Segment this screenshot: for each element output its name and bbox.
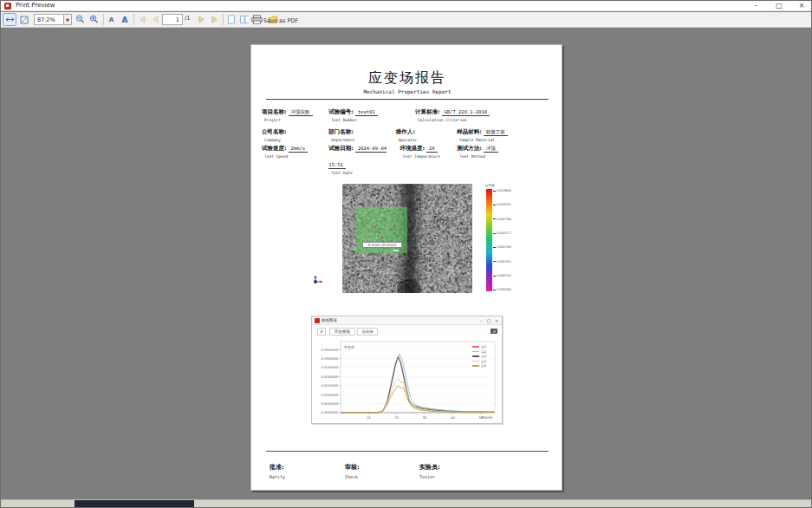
report-page: 应变场报告 Mechanical Properties Report 项目名称:… (250, 44, 562, 491)
legend-label: 点5 (481, 363, 486, 368)
strain-roi-overlay: 0.1mm (0.1mm) (355, 207, 407, 253)
svg-text:10: 10 (367, 416, 371, 420)
svg-text:0.0200000: 0.0200000 (322, 375, 339, 379)
zoom-dropdown-button[interactable]: ▼ (64, 14, 72, 25)
curve-maximize-icon: □ (485, 317, 492, 324)
footer-divider (266, 451, 549, 452)
signature-row: 批准:Ratify审核:Check实验员:Tester (251, 456, 563, 479)
svg-text:时间(秒): 时间(秒) (481, 415, 493, 420)
field-label: 计算标准: (415, 108, 440, 115)
minimize-button[interactable]: – (746, 1, 765, 11)
field-sublabel: Test Speed (264, 154, 328, 159)
maximize-button[interactable]: □ (770, 1, 789, 11)
toolbar: 87.2% ▼ A A 1 /1 (1, 12, 812, 28)
legend-label: 点1 (481, 344, 486, 348)
camera-icon (490, 329, 497, 334)
save-as-pdf-button[interactable] (249, 13, 264, 26)
fit-width-icon (5, 16, 15, 23)
title-bar: Print Preview – □ × (1, 1, 812, 11)
svg-text:0.0050000: 0.0050000 (322, 402, 339, 406)
curve-minimize-icon: – (477, 317, 484, 324)
colorbar-title: 应变值 (485, 184, 511, 187)
report-field: 试验日期:2024-09-04 15:51Test Date (328, 137, 400, 175)
report-field: 计算标准:GB/T 228.1-2010Calculation Criterio… (415, 101, 563, 122)
field-label: 测试方法: (457, 145, 482, 152)
field-label: 试验速度: (262, 145, 287, 152)
first-page-button[interactable] (136, 13, 148, 26)
report-field: 环境温度:26Test Temperature (400, 137, 458, 175)
last-page-icon (211, 16, 218, 23)
field-row: 试验速度:2mm/sTest Speed试验日期:2024-09-04 15:5… (251, 137, 563, 175)
field-label: 环境温度: (400, 145, 425, 152)
font-larger-icon: A (122, 16, 128, 24)
curve-window-toolbar: ↺ 历史曲线 当前值 (312, 325, 502, 337)
field-sublabel: Test Temperature (403, 154, 458, 159)
legend-swatch (472, 365, 479, 367)
report-subtitle: Mechanical Properties Report (251, 88, 563, 94)
curve-refresh-button: ↺ (317, 328, 326, 335)
save-as-pdf-label[interactable]: Save as PDF (263, 17, 298, 24)
page-number-input[interactable]: 1 (162, 14, 183, 25)
prev-page-button[interactable] (149, 13, 161, 26)
legend-label: 点2 (481, 349, 486, 354)
next-page-button[interactable] (195, 13, 207, 26)
field-label: 部门名称: (328, 128, 354, 135)
roi-point-marker (393, 225, 395, 226)
image-marker (393, 250, 399, 251)
fit-page-button[interactable] (17, 13, 31, 26)
curve-close-icon: × (493, 317, 500, 324)
curve-window-logo-icon (315, 318, 320, 323)
fit-width-button[interactable] (3, 13, 16, 26)
report-field: 试验速度:2mm/sTest Speed (262, 137, 328, 175)
colorbar-tick-label: 0.000245 (493, 288, 511, 291)
field-label: 操作人: (396, 128, 415, 135)
svg-text:0.0000000: 0.0000000 (322, 411, 339, 414)
window-title: Print Preview (16, 2, 55, 9)
single-page-layout-button[interactable] (225, 13, 237, 26)
field-value: 26 (426, 146, 438, 153)
signature-block: 实验员:Tester (419, 456, 523, 479)
field-label: 样品材料: (457, 128, 482, 135)
roi-point-marker (381, 237, 383, 238)
taskbar-item[interactable] (75, 500, 194, 508)
svg-text:0.0350000: 0.0350000 (322, 348, 339, 352)
curve-tab-history: 历史曲线 (329, 328, 355, 335)
field-label: 项目名称: (262, 108, 287, 115)
strain-field-image: 0.1mm (0.1mm) (342, 184, 472, 293)
zoom-out-button[interactable] (74, 13, 87, 26)
roi-point-marker (374, 226, 375, 228)
legend-swatch (472, 351, 479, 353)
chart-legend: 点1点2点3点4点5 (472, 344, 495, 368)
legend-label: 点3 (481, 354, 486, 358)
legend-swatch (472, 355, 479, 357)
signature-label: 审核: (345, 464, 360, 471)
curve-window-title: 曲线图表 (322, 318, 337, 322)
fit-page-icon (20, 16, 29, 24)
colorbar-tick-label: 0.002784 (493, 218, 511, 221)
page-total-label: /1 (185, 15, 190, 22)
prev-page-icon (152, 16, 159, 23)
zoom-level-input[interactable]: 87.2% (34, 14, 64, 25)
report-field: 试验编号:test01Test Number (328, 101, 415, 122)
print-preview-window: Print Preview – □ × 87.2% ▼ A A 1 /1 (0, 0, 812, 508)
last-page-button[interactable] (208, 13, 220, 26)
next-page-icon (198, 16, 205, 23)
colorbar-tick-label: 0.001769 (493, 245, 511, 249)
zoom-in-button[interactable] (88, 13, 101, 26)
svg-text:30: 30 (423, 416, 427, 420)
header-divider (266, 99, 549, 100)
colorbar-gradient (486, 189, 492, 291)
colorbar-tick-label: 0.002277 (493, 231, 511, 235)
legend-swatch (472, 361, 479, 362)
close-button[interactable]: × (792, 1, 811, 11)
font-smaller-button[interactable]: A (106, 13, 117, 26)
font-smaller-icon: A (109, 16, 114, 23)
roi-measurement-label: 0.1mm (0.1mm) (362, 242, 402, 248)
font-larger-button[interactable]: A (119, 13, 131, 26)
field-label: 公司名称: (262, 128, 287, 135)
two-page-icon (240, 15, 250, 24)
signature-sublabel: Ratify (270, 474, 345, 479)
colorbar-tick-label: 0.003800 (493, 189, 511, 192)
legend-swatch (472, 346, 479, 348)
svg-text:变形值: 变形值 (344, 345, 354, 349)
